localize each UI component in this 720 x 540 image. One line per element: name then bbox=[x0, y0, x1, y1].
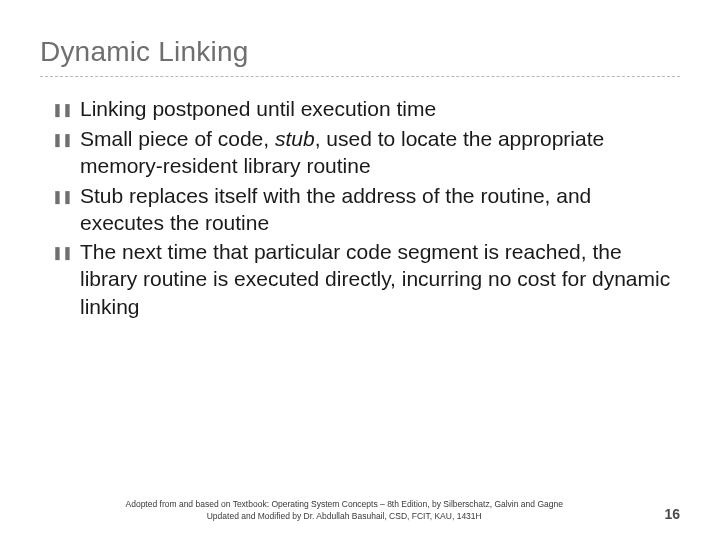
title-divider bbox=[40, 76, 680, 77]
slide: Dynamic Linking ❚❚ Linking postponed unt… bbox=[0, 0, 720, 540]
list-item-text: Linking postponed until execution time bbox=[80, 95, 680, 122]
list-item: ❚❚ Small piece of code, stub, used to lo… bbox=[52, 125, 680, 180]
footer-credit: Adopted from and based on Textbook: Oper… bbox=[40, 499, 648, 522]
bullet-icon: ❚❚ bbox=[52, 95, 80, 123]
footer-line: Updated and Modified by Dr. Abdullah Bas… bbox=[40, 511, 648, 522]
bullet-icon: ❚❚ bbox=[52, 182, 80, 210]
list-item: ❚❚ The next time that particular code se… bbox=[52, 238, 680, 320]
list-item: ❚❚ Stub replaces itself with the address… bbox=[52, 182, 680, 237]
bullet-list: ❚❚ Linking postponed until execution tim… bbox=[40, 95, 680, 320]
list-item: ❚❚ Linking postponed until execution tim… bbox=[52, 95, 680, 123]
list-item-text: Small piece of code, stub, used to locat… bbox=[80, 125, 680, 180]
page-number: 16 bbox=[648, 506, 680, 522]
slide-title: Dynamic Linking bbox=[40, 36, 680, 68]
emphasis: stub bbox=[275, 127, 315, 150]
bullet-icon: ❚❚ bbox=[52, 125, 80, 153]
bullet-icon: ❚❚ bbox=[52, 238, 80, 266]
list-item-text: Stub replaces itself with the address of… bbox=[80, 182, 680, 237]
footer-line: Adopted from and based on Textbook: Oper… bbox=[40, 499, 648, 510]
list-item-text: The next time that particular code segme… bbox=[80, 238, 680, 320]
footer: Adopted from and based on Textbook: Oper… bbox=[0, 499, 720, 522]
